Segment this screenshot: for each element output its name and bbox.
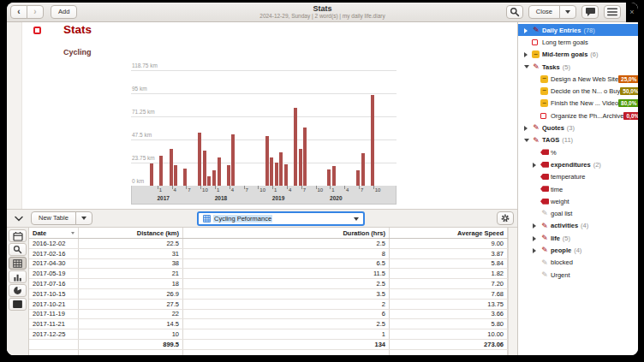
tree-item-urgent[interactable]: Urgent bbox=[518, 269, 638, 281]
table-row[interactable]: 2017-04-30386.55.84 bbox=[29, 259, 508, 270]
table-cell[interactable]: 2017-07-16 bbox=[29, 279, 79, 288]
tree-item-long-term-goals[interactable]: Long term goals bbox=[518, 36, 638, 48]
tree-item-life[interactable]: life(5) bbox=[518, 232, 638, 244]
new-table-dropdown-button[interactable] bbox=[75, 211, 92, 225]
image-insert-button[interactable] bbox=[9, 298, 27, 311]
menu-button[interactable] bbox=[604, 5, 621, 19]
sort-descending-icon[interactable] bbox=[71, 232, 75, 234]
table-cell[interactable]: 2017-11-21 bbox=[29, 319, 79, 329]
expand-arrow-icon[interactable] bbox=[533, 248, 536, 253]
tree-item-daily-entries[interactable]: Daily Entries(78) bbox=[518, 24, 638, 36]
chart-view-button[interactable] bbox=[9, 270, 27, 283]
tree-item-design-a-new-web-site[interactable]: Design a New Web Site25,0% bbox=[518, 73, 638, 85]
expand-arrow-icon[interactable] bbox=[533, 223, 536, 228]
tree-item-mid-term-goals[interactable]: Mid-term goals(6) bbox=[518, 49, 638, 61]
table-cell[interactable]: 7.68 bbox=[390, 289, 508, 299]
table-cell[interactable]: 6 bbox=[183, 310, 390, 319]
tree-item-temperature[interactable]: temperature bbox=[518, 171, 638, 183]
close-dropdown-button[interactable] bbox=[559, 5, 576, 19]
table-cell[interactable]: 21 bbox=[79, 269, 183, 278]
table-row[interactable]: 2016-12-0222.52.59.00 bbox=[29, 239, 508, 249]
table-cell[interactable]: 2017-10-15 bbox=[29, 289, 79, 299]
table-cell[interactable]: 6.5 bbox=[183, 259, 390, 269]
table-view-button[interactable] bbox=[9, 257, 27, 270]
tree-item-goal-list[interactable]: goal list bbox=[518, 207, 638, 219]
table-cell[interactable]: 10 bbox=[79, 329, 183, 339]
table-cell[interactable]: 3.87 bbox=[390, 249, 508, 258]
pie-chart-button[interactable] bbox=[9, 284, 27, 297]
table-row[interactable]: 2017-07-16182.57.20 bbox=[29, 279, 508, 289]
tree-item-activities[interactable]: activities(4) bbox=[518, 220, 638, 232]
table-cell[interactable]: 26.9 bbox=[79, 289, 183, 299]
table-cell[interactable]: 2.5 bbox=[183, 239, 390, 248]
tree-item-people[interactable]: people(4) bbox=[518, 244, 638, 256]
table-cell[interactable]: 3.66 bbox=[390, 310, 508, 319]
table-cell[interactable]: 2017-11-19 bbox=[29, 310, 79, 319]
annotation-button[interactable] bbox=[581, 5, 599, 19]
table-row[interactable]: 2017-11-192263.66 bbox=[29, 310, 508, 320]
table-cell[interactable]: 1 bbox=[183, 329, 390, 339]
table-row[interactable]: 2017-05-192111.51.82 bbox=[29, 269, 508, 279]
table-cell[interactable]: 2016-12-02 bbox=[29, 239, 79, 248]
table-cell[interactable]: 2017-10-21 bbox=[29, 300, 79, 309]
table-cell[interactable]: 7.20 bbox=[390, 279, 508, 288]
new-table-button[interactable]: New Table bbox=[31, 211, 76, 225]
table-cell[interactable]: 8 bbox=[183, 249, 390, 258]
table-cell[interactable]: 13.75 bbox=[390, 300, 508, 309]
expand-arrow-icon[interactable] bbox=[524, 126, 528, 131]
table-cell[interactable]: 14.5 bbox=[79, 319, 183, 329]
table-cell[interactable]: 10.00 bbox=[390, 329, 508, 339]
tree-item-expenditures[interactable]: expenditures(2) bbox=[518, 158, 638, 170]
table-cell[interactable]: 5.84 bbox=[390, 259, 508, 269]
table-cell[interactable]: 31 bbox=[79, 249, 183, 258]
tree-item-time[interactable]: time bbox=[518, 183, 638, 195]
table-settings-button[interactable] bbox=[497, 211, 514, 225]
table-selector-combo[interactable]: Cycling Peformance bbox=[197, 211, 365, 226]
tree-item-finish-the-new-video[interactable]: Finish the New ... Video80,0% bbox=[518, 98, 638, 110]
table-cell[interactable]: 27.5 bbox=[79, 300, 183, 309]
tree-item-organize-the-ph-archive[interactable]: Organize the Ph...Archive0,0% bbox=[518, 110, 638, 122]
add-entry-button[interactable]: Add bbox=[51, 5, 77, 19]
window-close-button[interactable]: × bbox=[629, 9, 634, 16]
close-entry-button[interactable]: Close bbox=[528, 5, 560, 19]
tree-item-quotes[interactable]: Quotes(3) bbox=[518, 122, 638, 134]
search-button[interactable] bbox=[506, 5, 523, 19]
table-cell[interactable]: 22 bbox=[79, 310, 183, 319]
calendar-button[interactable] bbox=[9, 229, 27, 242]
table-cell[interactable]: 2.5 bbox=[183, 319, 390, 329]
table-cell[interactable]: 22.5 bbox=[79, 239, 183, 248]
table-row[interactable]: 2017-11-2114.52.55.80 bbox=[29, 319, 508, 329]
table-cell[interactable]: 2.5 bbox=[183, 279, 390, 288]
table-scrollbar[interactable] bbox=[508, 228, 517, 355]
table-row[interactable]: 2017-02-163183.87 bbox=[29, 249, 508, 259]
table-cell[interactable]: 3.5 bbox=[183, 289, 390, 299]
expand-arrow-icon[interactable] bbox=[533, 163, 536, 168]
table-cell[interactable]: 1.82 bbox=[390, 269, 508, 278]
editor-canvas[interactable]: Stats Cycling 0 km23.75 km47.5 km71.25 k… bbox=[7, 22, 517, 209]
table-cell[interactable]: 9.00 bbox=[390, 239, 508, 248]
forward-button[interactable]: › bbox=[27, 5, 44, 19]
table-row[interactable]: 2017-10-2127.5213.75 bbox=[29, 300, 508, 310]
expand-arrow-icon[interactable] bbox=[524, 52, 528, 57]
table-cell[interactable]: 5.80 bbox=[390, 319, 508, 329]
table-row[interactable]: 2017-10-1526.93.57.68 bbox=[29, 289, 508, 300]
expand-arrow-icon[interactable] bbox=[533, 236, 536, 241]
table-cell[interactable]: 2017-05-19 bbox=[29, 269, 79, 278]
search-table-button[interactable] bbox=[9, 243, 27, 256]
tree-item-tasks[interactable]: Tasks(5) bbox=[518, 61, 638, 73]
table-cell[interactable]: 2 bbox=[183, 300, 390, 309]
table-cell[interactable]: 2017-12-25 bbox=[29, 329, 79, 339]
table-cell[interactable]: 2017-04-30 bbox=[29, 259, 79, 269]
collapse-panel-button[interactable] bbox=[10, 211, 27, 225]
tree-item-weight[interactable]: weight bbox=[518, 195, 638, 207]
tree-item-%[interactable]: % bbox=[518, 146, 638, 158]
table-cell[interactable]: 2017-02-16 bbox=[29, 249, 79, 258]
table-cell[interactable]: 38 bbox=[79, 259, 183, 269]
back-button[interactable]: ‹ bbox=[10, 5, 27, 19]
collapse-arrow-icon[interactable] bbox=[524, 139, 529, 142]
tree-item-tags[interactable]: TAGS(11) bbox=[518, 134, 638, 146]
tree-item-decide-on-the-n-o-buy[interactable]: Decide on the N... o Buy50,0% bbox=[518, 85, 638, 97]
table-row[interactable]: 2017-12-2510110.00 bbox=[29, 329, 508, 340]
table-cell[interactable]: 18 bbox=[79, 279, 183, 288]
collapse-arrow-icon[interactable] bbox=[524, 65, 529, 68]
